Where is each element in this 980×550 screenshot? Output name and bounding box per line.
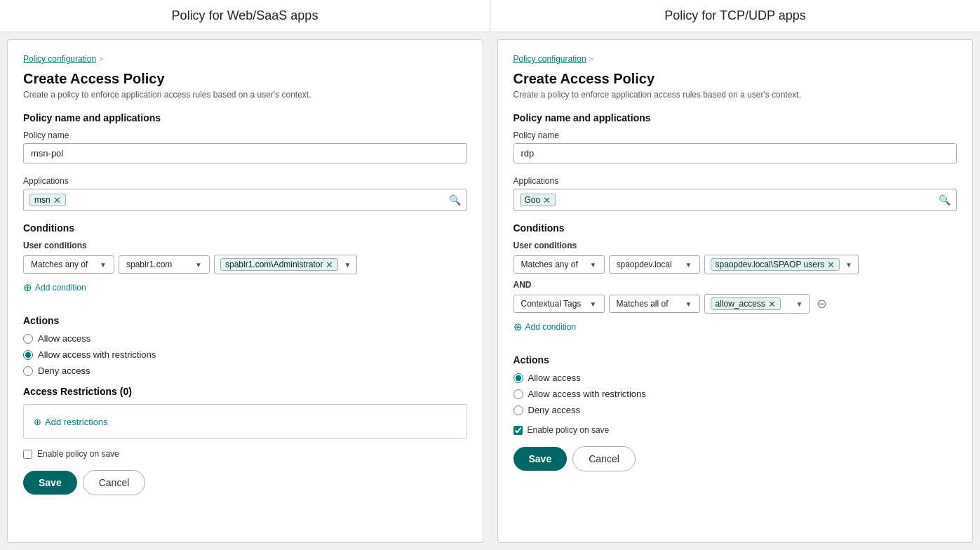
left-panel-title: Create Access Policy bbox=[23, 71, 467, 87]
left-radio-allow[interactable]: Allow access bbox=[23, 333, 467, 344]
left-breadcrumb: Policy configuration > bbox=[23, 54, 467, 64]
right-app-tag[interactable]: Goo ✕ bbox=[520, 194, 556, 206]
right-user-conditions-label: User conditions bbox=[514, 241, 958, 250]
right-radio-allow-input[interactable] bbox=[514, 373, 523, 383]
right-section-conditions: Conditions bbox=[514, 222, 958, 234]
right-section-policy: Policy name and applications bbox=[514, 112, 958, 123]
right-radio-allow[interactable]: Allow access bbox=[514, 373, 958, 383]
right-matches-all-chevron: ▼ bbox=[685, 300, 692, 308]
left-add-restrictions-icon: ⊕ bbox=[34, 417, 41, 427]
left-domain-chevron: ▼ bbox=[195, 261, 202, 269]
right-conditions-row-1: Matches any of ▼ spaopdev.local ▼ spaopd… bbox=[514, 255, 958, 274]
left-policy-name-input[interactable] bbox=[23, 143, 467, 163]
left-breadcrumb-sep: > bbox=[99, 55, 103, 63]
right-app-tag-remove[interactable]: ✕ bbox=[543, 196, 551, 205]
left-section-policy: Policy name and applications bbox=[23, 112, 467, 123]
right-user-tag-remove[interactable]: ✕ bbox=[827, 260, 835, 269]
left-matches-chevron: ▼ bbox=[100, 261, 107, 269]
left-app-tag-remove[interactable]: ✕ bbox=[53, 196, 61, 205]
left-enable-policy-row[interactable]: Enable policy on save bbox=[23, 449, 467, 459]
left-panel-subtitle: Create a policy to enforce application a… bbox=[23, 90, 467, 100]
left-user-conditions-label: User conditions bbox=[23, 241, 467, 250]
right-app-search-icon[interactable]: 🔍 bbox=[939, 194, 951, 206]
right-radio-deny-input[interactable] bbox=[514, 405, 523, 415]
left-save-button[interactable]: Save bbox=[23, 471, 77, 495]
right-domain-chevron: ▼ bbox=[685, 261, 692, 269]
left-restrictions-box[interactable]: ⊕ Add restrictions bbox=[23, 404, 467, 439]
left-breadcrumb-link[interactable]: Policy configuration bbox=[23, 54, 96, 64]
left-applications-label: Applications bbox=[23, 176, 467, 186]
right-radio-group: Allow access Allow access with restricti… bbox=[514, 373, 958, 415]
left-user-chevron: ▼ bbox=[344, 261, 351, 269]
right-applications-label: Applications bbox=[514, 176, 958, 186]
right-radio-allow-restrictions-input[interactable] bbox=[514, 389, 523, 399]
right-enable-policy-checkbox[interactable] bbox=[514, 426, 523, 435]
right-radio-allow-restrictions[interactable]: Allow access with restrictions bbox=[514, 389, 958, 399]
right-allow-access-chevron: ▼ bbox=[796, 300, 803, 308]
right-panel-header: Policy for TCP/UDP apps bbox=[490, 0, 980, 32]
left-radio-allow-input[interactable] bbox=[23, 334, 33, 344]
right-panel-title: Create Access Policy bbox=[514, 71, 958, 87]
left-user-tag-dropdown[interactable]: spablr1.com\Administrator ✕ ▼ bbox=[214, 255, 357, 274]
left-radio-allow-restrictions-input[interactable] bbox=[23, 350, 33, 360]
right-add-condition-btn[interactable]: ⊕ Add condition bbox=[514, 321, 577, 333]
left-applications-input[interactable]: msn ✕ 🔍 bbox=[23, 189, 467, 211]
left-user-tag-remove[interactable]: ✕ bbox=[325, 260, 333, 269]
left-app-search-icon[interactable]: 🔍 bbox=[449, 194, 461, 206]
left-cancel-button[interactable]: Cancel bbox=[83, 470, 146, 495]
right-panel: Policy configuration > Create Access Pol… bbox=[497, 39, 974, 543]
right-allow-access-tag[interactable]: allow_access ✕ bbox=[711, 297, 781, 310]
right-breadcrumb-sep: > bbox=[589, 55, 593, 63]
left-matches-dropdown[interactable]: Matches any of ▼ bbox=[23, 255, 114, 274]
right-add-condition-icon: ⊕ bbox=[514, 321, 523, 333]
left-btn-row: Save Cancel bbox=[23, 470, 467, 495]
left-radio-deny[interactable]: Deny access bbox=[23, 365, 467, 376]
right-matches-chevron: ▼ bbox=[590, 261, 597, 269]
left-section-conditions: Conditions bbox=[23, 222, 467, 234]
right-contextual-tags-dropdown[interactable]: Contextual Tags ▼ bbox=[514, 295, 605, 313]
right-matches-dropdown[interactable]: Matches any of ▼ bbox=[514, 255, 605, 274]
right-breadcrumb: Policy configuration > bbox=[514, 54, 958, 64]
left-radio-deny-input[interactable] bbox=[23, 366, 33, 376]
left-panel: Policy configuration > Create Access Pol… bbox=[7, 39, 483, 543]
left-domain-dropdown[interactable]: spablr1.com ▼ bbox=[119, 255, 210, 274]
right-panel-subtitle: Create a policy to enforce application a… bbox=[514, 90, 958, 100]
left-conditions-row: Matches any of ▼ spablr1.com ▼ spablr1.c… bbox=[23, 255, 467, 274]
right-allow-access-tag-remove[interactable]: ✕ bbox=[768, 300, 776, 309]
right-policy-name-input[interactable] bbox=[514, 143, 958, 163]
right-contextual-chevron: ▼ bbox=[590, 300, 597, 308]
left-enable-policy-checkbox[interactable] bbox=[23, 450, 32, 459]
right-user-chevron: ▼ bbox=[845, 261, 852, 269]
right-radio-deny[interactable]: Deny access bbox=[514, 405, 958, 415]
right-and-label: AND bbox=[514, 280, 958, 290]
right-conditions-row-2: Contextual Tags ▼ Matches all of ▼ allow… bbox=[514, 294, 958, 314]
right-cancel-button[interactable]: Cancel bbox=[572, 446, 636, 471]
right-remove-condition-btn[interactable]: ⊖ bbox=[814, 296, 830, 311]
left-panel-header: Policy for Web/SaaS apps bbox=[0, 0, 490, 32]
left-radio-group: Allow access Allow access with restricti… bbox=[23, 333, 467, 376]
right-save-button[interactable]: Save bbox=[514, 447, 568, 471]
left-section-actions: Actions bbox=[23, 315, 467, 326]
left-policy-name-label: Policy name bbox=[23, 130, 467, 140]
left-app-tag[interactable]: msn ✕ bbox=[29, 194, 66, 206]
right-user-tag[interactable]: spaopdev.local\SPAOP users ✕ bbox=[711, 258, 840, 271]
left-user-tag[interactable]: spablr1.com\Administrator ✕ bbox=[220, 258, 338, 271]
right-domain-dropdown[interactable]: spaopdev.local ▼ bbox=[609, 255, 700, 274]
left-add-condition-btn[interactable]: ⊕ Add condition bbox=[23, 281, 86, 294]
right-enable-policy-row[interactable]: Enable policy on save bbox=[514, 425, 958, 435]
left-access-restrictions-title: Access Restrictions (0) bbox=[23, 386, 467, 397]
right-breadcrumb-link[interactable]: Policy configuration bbox=[514, 54, 586, 64]
right-matches-all-dropdown[interactable]: Matches all of ▼ bbox=[609, 295, 700, 313]
right-allow-access-tag-dropdown[interactable]: allow_access ✕ ▼ bbox=[704, 294, 810, 314]
right-section-actions: Actions bbox=[514, 354, 958, 365]
right-user-tag-dropdown[interactable]: spaopdev.local\SPAOP users ✕ ▼ bbox=[704, 255, 859, 274]
right-btn-row: Save Cancel bbox=[514, 446, 958, 471]
left-add-restrictions-btn[interactable]: ⊕ Add restrictions bbox=[34, 417, 108, 427]
left-radio-allow-restrictions[interactable]: Allow access with restrictions bbox=[23, 349, 467, 360]
left-add-condition-icon: ⊕ bbox=[23, 281, 32, 294]
right-applications-input[interactable]: Goo ✕ 🔍 bbox=[514, 189, 958, 211]
right-policy-name-label: Policy name bbox=[514, 130, 958, 140]
